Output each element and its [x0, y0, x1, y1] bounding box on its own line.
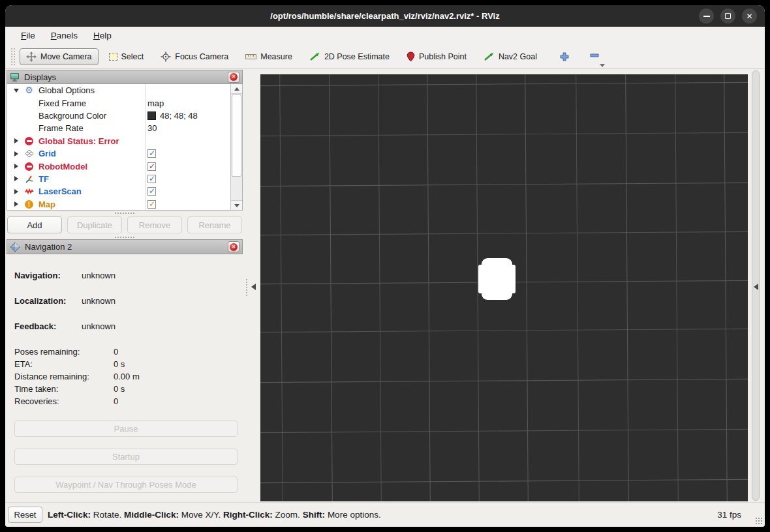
- arrow-down-icon: [234, 204, 239, 207]
- nav-stat-row: ETA: 0 s: [14, 359, 125, 369]
- tool-add[interactable]: [559, 52, 570, 62]
- nav2-panel-header[interactable]: Navigation 2 ✕: [7, 239, 243, 254]
- 3d-viewport[interactable]: [260, 74, 748, 501]
- tool-focus-camera[interactable]: Focus Camera: [161, 52, 228, 62]
- arrow-up-icon: [234, 87, 239, 91]
- property-value[interactable]: map: [147, 98, 164, 108]
- views-panel-collapse-handle[interactable]: [752, 70, 760, 501]
- tree-row-tf[interactable]: TF: [7, 173, 231, 185]
- tree-row-robot-model[interactable]: RobotModel: [7, 160, 231, 172]
- grid-icon: [24, 149, 34, 158]
- tool-label: Select: [121, 52, 144, 61]
- startup-button[interactable]: Startup: [14, 449, 238, 465]
- tool-select[interactable]: Select: [109, 52, 144, 61]
- collapse-expander-icon[interactable]: [12, 201, 20, 207]
- robot-model-checkbox[interactable]: [147, 162, 156, 171]
- nav2-diamond-icon: [10, 242, 20, 252]
- menu-file[interactable]: File: [14, 28, 42, 43]
- displays-monitor-icon: [10, 72, 20, 81]
- collapse-expander-icon[interactable]: [12, 164, 20, 169]
- grid-checkbox[interactable]: [147, 149, 156, 158]
- nav-status-row: Localization: unknown: [14, 296, 116, 306]
- pause-button[interactable]: Pause: [14, 421, 238, 437]
- minimize-button[interactable]: [699, 8, 714, 23]
- menu-panels[interactable]: Panels: [44, 28, 84, 43]
- duplicate-button[interactable]: Duplicate: [67, 216, 122, 233]
- tree-scrollbar[interactable]: [230, 84, 242, 210]
- maximize-button[interactable]: [720, 8, 735, 23]
- minus-icon: [589, 50, 600, 61]
- tree-item-label: Grid: [38, 149, 56, 158]
- minimize-icon: [703, 16, 710, 17]
- dropdown-arrow-icon[interactable]: [600, 64, 605, 67]
- tool-label: Measure: [260, 52, 292, 61]
- displays-button-row: Add Duplicate Remove Rename: [7, 216, 243, 233]
- tool-publish-point[interactable]: Publish Point: [407, 52, 467, 62]
- collapse-expander-icon[interactable]: [12, 151, 20, 156]
- reset-button[interactable]: Reset: [8, 507, 42, 523]
- property-value[interactable]: 30: [147, 123, 157, 133]
- tree-row-global-options[interactable]: ⚙ Global Options: [7, 84, 231, 96]
- laser-scan-checkbox[interactable]: [147, 187, 156, 196]
- scrollbar-thumb[interactable]: [232, 95, 241, 177]
- displays-panel-title: Displays: [24, 72, 228, 82]
- rename-button[interactable]: Rename: [187, 216, 242, 233]
- tool-move-camera[interactable]: Move Camera: [20, 48, 99, 65]
- nav2-close-button[interactable]: ✕: [228, 241, 239, 252]
- tool-nav2-goal[interactable]: Nav2 Goal: [484, 52, 537, 61]
- tool-2d-pose-estimate[interactable]: 2D Pose Estimate: [309, 52, 390, 61]
- plus-icon: [559, 52, 570, 62]
- fps-counter: 31 fps: [717, 510, 741, 520]
- displays-close-button[interactable]: ✕: [228, 72, 239, 83]
- tree-row-global-status[interactable]: Global Status: Error: [7, 135, 231, 147]
- tree-row-background-color[interactable]: Background Color 48; 48; 48: [7, 110, 231, 122]
- nav2-goal-arrow-icon: [484, 52, 495, 61]
- map-checkbox[interactable]: [147, 200, 156, 209]
- status-label: Feedback:: [14, 321, 82, 331]
- add-button[interactable]: Add: [7, 216, 62, 233]
- tree-item-label: Global Status: Error: [38, 136, 119, 146]
- tool-measure[interactable]: Measure: [245, 52, 292, 61]
- remove-button[interactable]: Remove: [127, 216, 182, 233]
- toolbar-drag-handle[interactable]: [10, 48, 16, 66]
- collapse-expander-icon[interactable]: [12, 176, 20, 181]
- nav-stat-row: Time taken: 0 s: [14, 384, 125, 394]
- tool-label: 2D Pose Estimate: [324, 52, 390, 61]
- menu-help[interactable]: Help: [87, 28, 118, 43]
- scroll-up-button[interactable]: [231, 84, 243, 94]
- panel-splitter-handle[interactable]: [115, 237, 134, 238]
- resize-grip[interactable]: [755, 517, 763, 525]
- waypoint-mode-button[interactable]: Waypoint / Nav Through Poses Mode: [14, 477, 238, 493]
- tree-item-label: TF: [38, 174, 49, 184]
- nav2-panel-body: Navigation: unknown Localization: unknow…: [7, 254, 243, 502]
- titlebar[interactable]: /opt/ros/humble/share/clearpath_viz/rviz…: [5, 5, 765, 27]
- collapse-expander-icon[interactable]: [12, 189, 20, 194]
- tf-checkbox[interactable]: [147, 175, 156, 183]
- property-value[interactable]: 48; 48; 48: [160, 111, 198, 121]
- splitter-dots: [246, 279, 247, 296]
- displays-tree: ⚙ Global Options Fixed Frame map Backgro…: [7, 84, 243, 211]
- nav-status-row: Navigation: unknown: [14, 271, 116, 280]
- scroll-down-button[interactable]: [231, 200, 243, 210]
- measure-icon: [245, 54, 256, 59]
- tree-row-fixed-frame[interactable]: Fixed Frame map: [7, 96, 231, 109]
- tool-remove[interactable]: [589, 50, 600, 63]
- close-icon: ✕: [746, 12, 752, 20]
- panel-collapse-handle[interactable]: [246, 279, 259, 296]
- stat-label: Poses remaining:: [14, 347, 114, 357]
- tree-item-label: Global Options: [38, 85, 95, 95]
- color-swatch[interactable]: [147, 111, 156, 120]
- tree-row-laser-scan[interactable]: LaserScan: [7, 185, 231, 198]
- tree-row-grid[interactable]: Grid: [7, 147, 231, 160]
- close-button[interactable]: ✕: [742, 8, 757, 23]
- collapse-expander-icon[interactable]: [12, 89, 20, 93]
- status-label: Localization:: [14, 296, 82, 306]
- collapse-expander-icon[interactable]: [12, 138, 20, 143]
- displays-panel-header[interactable]: Displays ✕: [7, 70, 243, 84]
- stat-value: 0 s: [114, 359, 125, 369]
- panel-splitter-handle[interactable]: [115, 213, 134, 214]
- tree-row-frame-rate[interactable]: Frame Rate 30: [7, 122, 231, 134]
- move-camera-icon: [26, 52, 37, 62]
- tree-row-map[interactable]: ! Map: [7, 198, 231, 211]
- nav-status-row: Feedback: unknown: [14, 321, 116, 331]
